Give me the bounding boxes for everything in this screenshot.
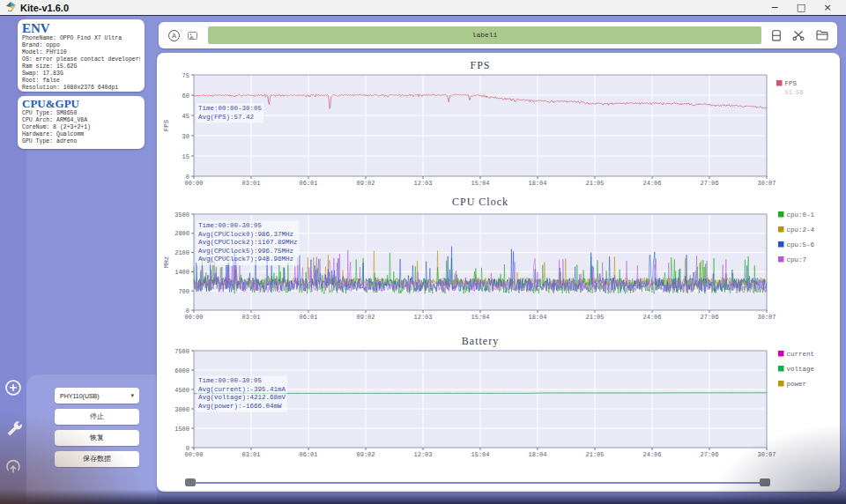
svg-text:21:05: 21:05 bbox=[585, 180, 604, 187]
env-line: Resolution: 1080x2376 640dpi bbox=[22, 85, 140, 92]
titlebar: Kite-v1.6.0 − □ × bbox=[0, 0, 846, 16]
svg-text:current: current bbox=[787, 351, 815, 358]
svg-text:24:06: 24:06 bbox=[642, 314, 661, 321]
minimize-button[interactable]: − bbox=[761, 0, 788, 15]
image-icon[interactable] bbox=[188, 32, 197, 40]
env-line: Root: false bbox=[22, 78, 140, 85]
svg-text:30:07: 30:07 bbox=[757, 314, 776, 321]
svg-text:12:03: 12:03 bbox=[413, 451, 432, 458]
svg-text:00:00: 00:00 bbox=[184, 451, 203, 458]
env-line: Model: PHY110 bbox=[22, 49, 140, 56]
svg-text:Avg(CPUClock5):996.75MHz: Avg(CPUClock5):996.75MHz bbox=[198, 248, 293, 255]
svg-text:CPU Clock: CPU Clock bbox=[452, 196, 508, 208]
svg-text:cpu:0-1: cpu:0-1 bbox=[787, 211, 815, 219]
label-field[interactable]: label1 bbox=[208, 26, 761, 44]
upload-icon[interactable] bbox=[4, 457, 23, 477]
record-a-icon[interactable]: A bbox=[167, 29, 181, 42]
svg-text:27:06: 27:06 bbox=[700, 451, 718, 458]
svg-text:06:01: 06:01 bbox=[299, 314, 317, 321]
svg-text:A: A bbox=[172, 32, 176, 40]
svg-text:Time:00:00-30:05: Time:00:00-30:05 bbox=[198, 105, 263, 112]
svg-text:6000: 6000 bbox=[174, 367, 189, 374]
svg-text:00:00: 00:00 bbox=[184, 314, 203, 321]
svg-text:4500: 4500 bbox=[174, 387, 189, 394]
cpu-gpu-line: CPU Type: SM8650 bbox=[22, 110, 140, 117]
battery-chart: 01500300045006000750000:0003:0106:0109:0… bbox=[157, 333, 840, 474]
cpu-clock-chart: 0700140021002800350000:0003:0106:0109:02… bbox=[157, 194, 840, 333]
charts-panel: 0153045607500:0003:0106:0109:0212:0315:0… bbox=[157, 53, 840, 492]
svg-text:2100: 2100 bbox=[174, 249, 189, 256]
env-line: Swap: 17.83G bbox=[22, 70, 140, 78]
svg-text:Time:00:00-30:05: Time:00:00-30:05 bbox=[198, 222, 263, 229]
svg-text:Battery: Battery bbox=[462, 335, 499, 347]
svg-text:voltage: voltage bbox=[787, 366, 815, 373]
svg-text:18:04: 18:04 bbox=[528, 314, 546, 321]
cpu-gpu-line: Hardware: Qualcomm bbox=[22, 131, 140, 138]
svg-text:21:05: 21:05 bbox=[585, 451, 604, 458]
svg-text:Avg(current):-395.41mA: Avg(current):-395.41mA bbox=[198, 386, 286, 393]
svg-text:30:07: 30:07 bbox=[757, 180, 776, 187]
control-button[interactable]: 停止 bbox=[55, 409, 139, 425]
folder-icon[interactable] bbox=[816, 30, 828, 41]
maximize-button[interactable]: □ bbox=[788, 0, 814, 15]
slider-handle-right[interactable] bbox=[760, 478, 770, 486]
window-title: Kite-v1.6.0 bbox=[20, 3, 69, 13]
svg-text:7500: 7500 bbox=[174, 348, 189, 355]
env-line: PhoneName: OPPO Find X7 Ultra bbox=[22, 35, 140, 42]
app-surface: ENV PhoneName: OPPO Find X7 UltraBrand: … bbox=[0, 16, 846, 504]
cpu-gpu-line: CPU Arch: ARM64_V8A bbox=[22, 117, 140, 124]
svg-text:45: 45 bbox=[182, 113, 189, 120]
cpu-gpu-line: GPU Type: adreno bbox=[22, 138, 140, 145]
svg-text:18:04: 18:04 bbox=[528, 180, 546, 187]
slider-handle-left[interactable] bbox=[185, 478, 196, 486]
control-buttons: 停止恢复保存数据 bbox=[55, 409, 139, 472]
slider-track[interactable] bbox=[190, 482, 765, 484]
svg-text:700: 700 bbox=[178, 288, 189, 295]
svg-text:60: 60 bbox=[182, 93, 189, 100]
svg-text:06:01: 06:01 bbox=[299, 180, 317, 187]
svg-text:power: power bbox=[787, 381, 807, 388]
svg-text:1500: 1500 bbox=[174, 426, 189, 433]
svg-text:24:06: 24:06 bbox=[642, 451, 661, 458]
svg-text:15:04: 15:04 bbox=[471, 314, 489, 321]
env-panel: ENV PhoneName: OPPO Find X7 UltraBrand: … bbox=[18, 19, 145, 92]
svg-text:cpu:7: cpu:7 bbox=[787, 256, 807, 263]
add-icon[interactable] bbox=[4, 378, 23, 397]
svg-text:Time:00:00-30:05: Time:00:00-30:05 bbox=[198, 377, 263, 384]
svg-text:cpu:5-6: cpu:5-6 bbox=[787, 241, 815, 248]
svg-text:Avg(CPUClock2):1107.89MHz: Avg(CPUClock2):1107.89MHz bbox=[198, 239, 298, 246]
svg-text:3500: 3500 bbox=[174, 211, 189, 219]
svg-text:75: 75 bbox=[182, 72, 189, 79]
svg-text:Avg(CPUClock0):986.37MHz: Avg(CPUClock0):986.37MHz bbox=[198, 231, 293, 238]
svg-text:1400: 1400 bbox=[174, 269, 189, 276]
svg-text:06:01: 06:01 bbox=[299, 451, 317, 458]
svg-text:24:06: 24:06 bbox=[642, 180, 661, 187]
window-controls: − □ × bbox=[761, 0, 841, 15]
env-line: Brand: oppo bbox=[22, 42, 140, 49]
svg-text:15:04: 15:04 bbox=[471, 451, 489, 458]
cpu-gpu-title: CPU&GPU bbox=[22, 98, 140, 110]
svg-text:21:05: 21:05 bbox=[585, 314, 604, 321]
device-select[interactable]: PHY110(USB) ▾ bbox=[55, 388, 139, 404]
control-button[interactable]: 恢复 bbox=[55, 430, 139, 446]
svg-text:Avg(voltage):4212.68mV: Avg(voltage):4212.68mV bbox=[198, 394, 286, 401]
svg-text:27:06: 27:06 bbox=[700, 180, 718, 187]
close-button[interactable]: × bbox=[814, 0, 841, 15]
svg-text:51.58: 51.58 bbox=[785, 89, 804, 96]
svg-text:30: 30 bbox=[182, 133, 189, 140]
fps-chart: 0153045607500:0003:0106:0109:0212:0315:0… bbox=[157, 57, 840, 191]
svg-text:30:07: 30:07 bbox=[757, 451, 776, 458]
svg-text:FPS: FPS bbox=[163, 119, 170, 131]
svg-text:15: 15 bbox=[182, 153, 189, 160]
device-select-value: PHY110(USB) bbox=[60, 393, 100, 399]
control-button[interactable]: 保存数据 bbox=[55, 451, 139, 467]
svg-text:MHz: MHz bbox=[163, 256, 170, 269]
svg-text:12:03: 12:03 bbox=[413, 314, 432, 321]
scissors-icon[interactable] bbox=[792, 30, 805, 41]
bookmark-icon[interactable] bbox=[772, 30, 781, 41]
wrench-icon[interactable] bbox=[4, 418, 23, 437]
svg-text:Avg(power):-1666.04mW: Avg(power):-1666.04mW bbox=[198, 403, 282, 410]
svg-text:12:03: 12:03 bbox=[413, 180, 432, 187]
cpu-gpu-lines: CPU Type: SM8650CPU Arch: ARM64_V8ACoreN… bbox=[22, 110, 140, 145]
env-title: ENV bbox=[22, 21, 140, 35]
